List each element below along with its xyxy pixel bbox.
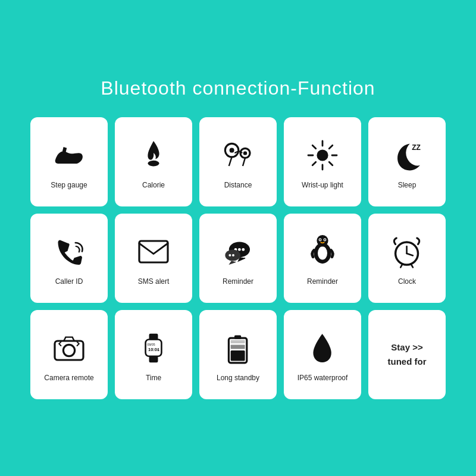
svg-line-12 — [329, 145, 333, 149]
card-reminder-qq: Reminder — [284, 214, 361, 303]
card-sms-alert: SMS alert — [115, 214, 192, 303]
feature-grid: Step gauge Calorie Distance — [30, 117, 446, 399]
icon-phone — [52, 231, 86, 273]
card-label-wrist-up-light: Wrist-up light — [302, 181, 343, 190]
svg-point-24 — [318, 246, 327, 259]
svg-point-34 — [63, 345, 74, 356]
card-label-reminder-qq: Reminder — [307, 277, 338, 287]
svg-point-18 — [238, 248, 241, 251]
card-step-gauge: Step gauge — [30, 117, 108, 206]
icon-shoe — [52, 134, 86, 176]
card-sleep: ZZ Sleep — [368, 117, 446, 206]
card-label-caller-id: Caller ID — [55, 277, 83, 287]
page-title: Bluetooth connection-Function — [101, 77, 375, 99]
icon-fire — [137, 134, 170, 176]
card-stay-tuned: Stay >>tuned for — [368, 310, 446, 399]
card-caller-id: Caller ID — [30, 214, 108, 303]
icon-mail — [137, 231, 170, 273]
icon-moon: ZZ — [390, 134, 424, 176]
card-label-sms-alert: SMS alert — [138, 277, 170, 287]
card-label-long-standby: Long standby — [217, 374, 259, 383]
svg-point-29 — [324, 239, 325, 240]
svg-rect-45 — [231, 340, 245, 343]
card-label-ip65-waterproof: IP65 waterproof — [298, 374, 348, 383]
svg-rect-15 — [139, 241, 168, 262]
svg-point-28 — [320, 239, 321, 240]
card-label-distance: Distance — [224, 181, 252, 190]
card-label-stay-tuned: Stay >>tuned for — [388, 340, 427, 369]
card-label-sleep: Sleep — [398, 181, 416, 190]
card-ip65-waterproof: IP65 waterproof — [284, 310, 361, 399]
svg-line-32 — [407, 253, 413, 255]
card-time: 09/05 10:01 * Time — [115, 310, 192, 399]
svg-rect-44 — [231, 345, 245, 349]
svg-text:09/05: 09/05 — [148, 343, 155, 346]
icon-penguin — [306, 231, 339, 273]
svg-rect-43 — [231, 350, 245, 361]
card-reminder-wechat: Reminder — [199, 214, 277, 303]
svg-line-13 — [312, 162, 316, 165]
svg-point-2 — [230, 148, 234, 152]
icon-watch: 09/05 10:01 * — [137, 327, 170, 369]
card-label-reminder-wechat: Reminder — [223, 277, 253, 287]
icon-map-pin — [221, 134, 255, 176]
icon-sun — [306, 134, 339, 176]
svg-point-21 — [228, 254, 231, 256]
card-label-step-gauge: Step gauge — [51, 181, 87, 190]
icon-drop — [306, 327, 339, 369]
card-label-time: Time — [146, 374, 161, 383]
svg-rect-37 — [149, 356, 158, 362]
svg-text:*: * — [157, 349, 158, 352]
card-long-standby: Long standby — [199, 310, 277, 399]
card-clock: Clock — [368, 214, 446, 303]
svg-point-5 — [317, 149, 328, 161]
svg-line-10 — [312, 145, 316, 149]
svg-point-0 — [148, 161, 159, 167]
card-distance: Distance — [199, 117, 277, 206]
svg-point-25 — [317, 235, 328, 246]
card-label-clock: Clock — [398, 277, 416, 287]
svg-rect-36 — [149, 333, 158, 339]
icon-battery — [221, 327, 255, 369]
icon-camera — [52, 327, 86, 369]
svg-line-11 — [329, 162, 333, 165]
icon-wechat — [221, 231, 255, 273]
svg-point-22 — [232, 254, 234, 256]
svg-text:ZZ: ZZ — [412, 143, 421, 152]
card-wrist-up-light: Wrist-up light — [284, 117, 361, 206]
card-label-calorie: Calorie — [142, 181, 165, 190]
card-label-camera-remote: Camera remote — [44, 374, 93, 383]
card-calorie: Calorie — [115, 117, 192, 206]
svg-point-19 — [242, 248, 245, 251]
icon-alarm-clock — [390, 231, 424, 273]
svg-rect-42 — [234, 335, 241, 339]
svg-point-4 — [243, 151, 247, 155]
card-camera-remote: Camera remote — [30, 310, 108, 399]
